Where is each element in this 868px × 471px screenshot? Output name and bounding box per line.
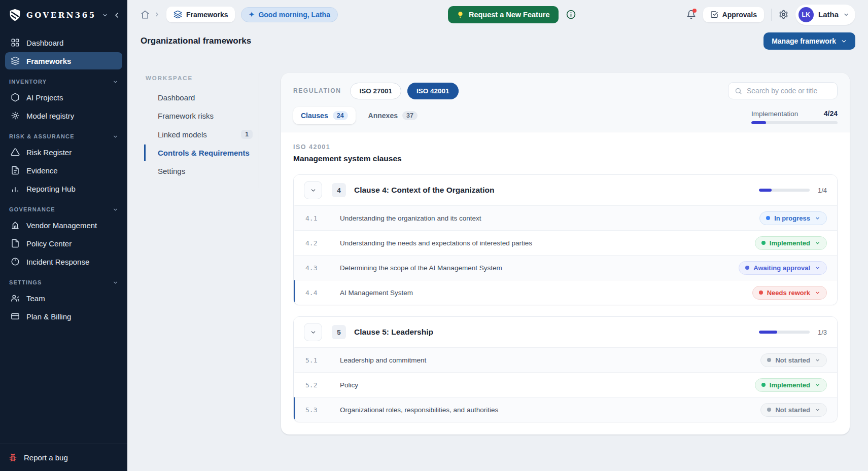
status-dot <box>761 383 766 387</box>
search-input[interactable] <box>747 87 831 95</box>
implementation-progress-bar <box>751 121 838 124</box>
clause-row-4.4[interactable]: 4.4 AI Management System Needs rework <box>294 280 837 305</box>
chevron-down-small-icon <box>113 79 118 85</box>
status-badge-in-progress[interactable]: In progress <box>759 211 827 225</box>
info-icon[interactable] <box>566 9 576 20</box>
brand-name: GOVERN365 <box>26 11 96 20</box>
sidebar-item-policy-center[interactable]: Policy Center <box>5 235 122 252</box>
clause-row-5.2[interactable]: 5.2 Policy Implemented <box>294 372 837 397</box>
request-feature-button[interactable]: Request a New Feature <box>448 6 559 23</box>
topbar: Frameworks ✦ Good morning, Latha Request… <box>127 0 868 29</box>
sidebar-item-ai-projects[interactable]: AI Projects <box>5 89 122 106</box>
workspace-item-settings[interactable]: Settings <box>144 163 259 179</box>
clause-title: Clause 4: Context of the Organization <box>354 186 494 195</box>
bug-icon <box>8 453 18 462</box>
framework-heading: Management system clauses <box>293 154 838 163</box>
status-badge-needs-rework[interactable]: Needs rework <box>752 286 827 300</box>
status-badge-not-started[interactable]: Not started <box>760 353 827 367</box>
chevron-down-icon <box>843 12 849 18</box>
sidebar-section-risk-assurance[interactable]: RISK & ASSURANCE <box>5 125 122 142</box>
implementation-label: Implementation <box>751 110 798 118</box>
sidebar-collapse-icon[interactable] <box>113 11 121 19</box>
sidebar-item-evidence[interactable]: Evidence <box>5 162 122 179</box>
workspace-item-framework-risks[interactable]: Framework risks <box>144 107 259 124</box>
sidebar-item-risk-register[interactable]: Risk Register <box>5 143 122 161</box>
chevron-down-small-icon <box>815 215 820 221</box>
clause-row-title: Determining the scope of the AI Manageme… <box>340 264 502 272</box>
manage-framework-button[interactable]: Manage framework <box>763 32 855 50</box>
clause-list: 4 Clause 4: Context of the Organization … <box>293 174 838 422</box>
user-menu[interactable]: LK Latha <box>795 5 855 25</box>
layers-icon <box>173 10 182 19</box>
content-area: WORKSPACE DashboardFramework risksLinked… <box>127 53 868 471</box>
status-label: Not started <box>775 406 810 414</box>
clause-row-title: Policy <box>340 381 358 389</box>
sidebar-item-frameworks[interactable]: Frameworks <box>5 52 122 69</box>
clause-expand-button[interactable] <box>304 181 322 199</box>
chevron-right-icon <box>154 11 160 18</box>
greeting-chip[interactable]: ✦ Good morning, Latha <box>241 7 337 22</box>
sidebar-section-governance[interactable]: GOVERNANCE <box>5 198 122 215</box>
sidebar-item-vendor-management[interactable]: Vendor Management <box>5 216 122 234</box>
sidebar-item-reporting-hub[interactable]: Reporting Hub <box>5 180 122 197</box>
page-title: Organizational frameworks <box>141 36 251 46</box>
regulation-label: REGULATION <box>293 87 341 94</box>
report-bug-button[interactable]: Report a bug <box>0 444 127 471</box>
regulation-chip-iso-27001[interactable]: ISO 27001 <box>350 83 401 99</box>
clause-row-4.2[interactable]: 4.2 Understanding the needs and expectat… <box>294 230 837 255</box>
clause-row-4.3[interactable]: 4.3 Determining the scope of the AI Mana… <box>294 255 837 280</box>
tab-clauses[interactable]: Clauses24 <box>293 107 356 124</box>
clause-row-5.3[interactable]: 5.3 Organizational roles, responsibiliti… <box>294 397 837 422</box>
gear-icon[interactable] <box>779 10 788 19</box>
clause-row-code: 4.4 <box>305 289 340 297</box>
bar-chart-icon <box>10 184 20 193</box>
clause-expand-button[interactable] <box>304 323 322 341</box>
status-badge-implemented[interactable]: Implemented <box>755 378 827 392</box>
notifications-bell-icon[interactable] <box>686 10 696 19</box>
chevron-down-icon <box>841 38 847 45</box>
regulation-chip-iso-42001[interactable]: ISO 42001 <box>407 83 459 99</box>
sun-icon <box>10 111 20 120</box>
sidebar-item-team[interactable]: Team <box>5 289 122 307</box>
sidebar-section-inventory[interactable]: INVENTORY <box>5 70 122 88</box>
sidebar-section-settings[interactable]: SETTINGS <box>5 271 122 288</box>
tab-count: 24 <box>333 111 348 120</box>
clause-progress: 1/4 <box>759 187 827 194</box>
topbar-center: Request a New Feature <box>338 6 686 23</box>
sidebar-item-incident-response[interactable]: Incident Response <box>5 253 122 270</box>
sidebar-item-dashboard[interactable]: Dashboard <box>5 34 122 51</box>
clause-row-title: Understanding the needs and expectations… <box>340 239 532 247</box>
brand-chevron-down-icon[interactable] <box>102 12 108 18</box>
search-box[interactable] <box>728 82 838 99</box>
status-badge-awaiting-approval[interactable]: Awaiting approval <box>739 261 827 275</box>
workspace-title: WORKSPACE <box>144 75 259 81</box>
breadcrumb-frameworks[interactable]: Frameworks <box>166 7 235 22</box>
tab-annexes[interactable]: Annexes37 <box>361 107 425 124</box>
home-icon[interactable] <box>141 10 150 19</box>
clause-progress-fraction: 1/3 <box>818 329 827 336</box>
chevron-down-small-icon <box>815 407 820 413</box>
approvals-label: Approvals <box>722 11 757 19</box>
sidebar-item-label: Plan & Billing <box>26 312 71 321</box>
clause-row-5.1[interactable]: 5.1 Leadership and commitment Not starte… <box>294 347 837 372</box>
workspace-item-controls-requirements[interactable]: Controls & Requirements <box>144 144 259 161</box>
framework-card-body: ISO 42001 Management system clauses 4 Cl… <box>281 132 850 434</box>
status-label: In progress <box>774 214 810 222</box>
approvals-button[interactable]: Approvals <box>703 7 764 22</box>
workspace-item-linked-models[interactable]: Linked models1 <box>144 126 259 143</box>
status-badge-implemented[interactable]: Implemented <box>755 236 827 250</box>
alert-triangle-icon <box>10 148 20 157</box>
sidebar-item-plan-billing[interactable]: Plan & Billing <box>5 308 122 325</box>
workspace-nav: WORKSPACE DashboardFramework risksLinked… <box>144 73 259 188</box>
sidebar-item-label: AI Projects <box>26 93 63 102</box>
sidebar-item-model-registry[interactable]: Model registry <box>5 107 122 124</box>
clause-row-4.1[interactable]: 4.1 Understanding the organization and i… <box>294 205 837 230</box>
clause-row-title: Organizational roles, responsibilities, … <box>340 406 498 414</box>
sidebar-item-label: Evidence <box>26 166 58 175</box>
status-badge-not-started[interactable]: Not started <box>760 403 827 417</box>
clause-progress: 1/3 <box>759 329 827 336</box>
clause-row-code: 4.2 <box>305 239 340 247</box>
chevron-down-small-icon <box>113 134 118 139</box>
chevron-down-small-icon <box>815 290 820 296</box>
workspace-item-dashboard[interactable]: Dashboard <box>144 89 259 106</box>
